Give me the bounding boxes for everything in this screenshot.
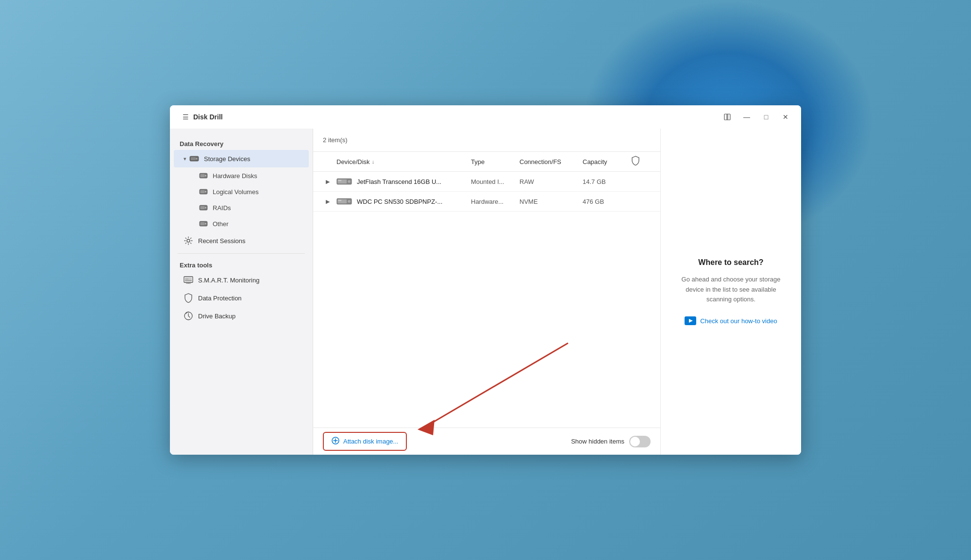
extra-tools-label: Extra tools bbox=[170, 258, 313, 271]
window-controls: — □ ✕ bbox=[720, 109, 793, 125]
svg-rect-34 bbox=[338, 200, 341, 201]
svg-rect-14 bbox=[201, 206, 205, 209]
svg-rect-0 bbox=[724, 114, 727, 120]
other-label: Other bbox=[213, 220, 229, 228]
app-window: ☰ Disk Drill — □ ✕ bbox=[170, 105, 801, 455]
disk-icon bbox=[336, 197, 352, 206]
logical-volumes-label: Logical Volumes bbox=[213, 188, 259, 196]
row-type: Hardware... bbox=[471, 198, 519, 205]
row-expand-button[interactable]: ▶ bbox=[323, 177, 333, 186]
hardware-disks-label: Hardware Disks bbox=[213, 172, 257, 180]
sidebar-item-raids[interactable]: RAIDs bbox=[174, 200, 309, 215]
svg-rect-1 bbox=[728, 114, 730, 120]
sidebar-divider bbox=[178, 253, 305, 254]
svg-rect-5 bbox=[191, 157, 196, 160]
toggle-knob bbox=[630, 437, 640, 446]
backup-icon bbox=[184, 311, 193, 321]
sort-arrow-icon: ↓ bbox=[372, 159, 375, 165]
svg-point-6 bbox=[196, 158, 198, 160]
row-device-name: JetFlash Transcend 16GB U... bbox=[357, 178, 471, 185]
menu-button[interactable]: ☰ bbox=[178, 109, 193, 125]
table-body: ▶ JetFlash Transcend 16GB U... Mounted I… bbox=[313, 172, 660, 428]
attach-disk-label: Attach disk image... bbox=[343, 438, 398, 445]
svg-rect-29 bbox=[338, 180, 341, 181]
table-header: Device/Disk ↓ Type Connection/FS Capacit… bbox=[313, 152, 660, 172]
sidebar-item-other[interactable]: Other bbox=[174, 216, 309, 231]
minimize-icon: — bbox=[743, 113, 750, 121]
logical-volumes-icon bbox=[199, 187, 208, 196]
smart-icon bbox=[184, 275, 193, 285]
col-device-header: Device/Disk ↓ bbox=[336, 158, 471, 165]
hidden-items-control: Show hidden items bbox=[571, 436, 651, 447]
svg-point-15 bbox=[205, 207, 207, 209]
content-top-bar: 2 item(s) bbox=[313, 129, 660, 152]
row-expand-button[interactable]: ▶ bbox=[323, 197, 333, 206]
right-panel: Where to search? Go ahead and choose you… bbox=[660, 129, 801, 455]
table-row[interactable]: ▶ JetFlash Transcend 16GB U... Mounted I… bbox=[313, 172, 660, 192]
panel-title: Where to search? bbox=[698, 258, 763, 267]
how-to-video-link[interactable]: Check out our how-to video bbox=[685, 316, 777, 325]
svg-point-31 bbox=[349, 181, 350, 182]
sidebar-item-logical-volumes[interactable]: Logical Volumes bbox=[174, 184, 309, 199]
col-connection-header: Connection/FS bbox=[519, 158, 583, 165]
video-icon bbox=[685, 316, 696, 325]
table-row[interactable]: ▶ WDC PC SN530 SDBPNPZ-... Hardware... N… bbox=[313, 192, 660, 212]
sidebar-item-smart-monitoring[interactable]: S.M.A.R.T. Monitoring bbox=[174, 271, 309, 289]
title-bar: ☰ Disk Drill — □ ✕ bbox=[170, 105, 801, 129]
col-capacity-header: Capacity bbox=[583, 158, 631, 165]
svg-marker-40 bbox=[689, 319, 693, 323]
hdd-small-icon bbox=[199, 171, 208, 180]
maximize-button[interactable]: □ bbox=[758, 109, 774, 125]
row-connection: RAW bbox=[519, 178, 583, 185]
sidebar-item-hardware-disks[interactable]: Hardware Disks bbox=[174, 168, 309, 183]
sidebar-item-data-protection[interactable]: Data Protection bbox=[174, 289, 309, 307]
row-capacity: 14.7 GB bbox=[583, 178, 631, 185]
svg-rect-17 bbox=[201, 222, 205, 225]
main-content: Data Recovery ▾ Storage Devices bbox=[170, 129, 801, 455]
sidebar-item-drive-backup[interactable]: Drive Backup bbox=[174, 307, 309, 325]
svg-point-36 bbox=[349, 201, 350, 202]
menu-icon: ☰ bbox=[183, 113, 189, 121]
row-type: Mounted I... bbox=[471, 178, 519, 185]
plus-circle-icon bbox=[332, 437, 339, 446]
drive-backup-label: Drive Backup bbox=[198, 313, 235, 320]
hidden-items-label: Show hidden items bbox=[571, 438, 624, 445]
app-title: Disk Drill bbox=[193, 113, 720, 121]
svg-point-12 bbox=[205, 191, 207, 193]
svg-point-18 bbox=[205, 223, 207, 225]
svg-rect-21 bbox=[185, 278, 192, 281]
shield-icon bbox=[184, 293, 193, 303]
how-to-video-label: Check out our how-to video bbox=[700, 317, 777, 325]
sidebar-item-recent-sessions[interactable]: Recent Sessions bbox=[174, 232, 309, 249]
sidebar-item-storage-devices[interactable]: ▾ Storage Devices bbox=[174, 150, 309, 167]
col-type-header: Type bbox=[471, 158, 519, 165]
items-count: 2 item(s) bbox=[323, 136, 348, 144]
hdd-icon bbox=[189, 154, 199, 164]
svg-point-9 bbox=[205, 175, 207, 177]
disk-icon bbox=[336, 177, 352, 186]
data-protection-label: Data Protection bbox=[198, 295, 242, 302]
svg-rect-8 bbox=[201, 174, 205, 177]
svg-rect-11 bbox=[201, 190, 205, 193]
raids-icon bbox=[199, 203, 208, 212]
shield-header-icon bbox=[631, 159, 640, 167]
raids-label: RAIDs bbox=[213, 204, 231, 212]
row-connection: NVME bbox=[519, 198, 583, 205]
chevron-down-icon: ▾ bbox=[184, 156, 186, 162]
attach-disk-button[interactable]: Attach disk image... bbox=[323, 432, 407, 451]
book-button[interactable] bbox=[720, 109, 735, 125]
row-device-name: WDC PC SN530 SDBPNPZ-... bbox=[357, 198, 471, 205]
minimize-button[interactable]: — bbox=[739, 109, 754, 125]
hidden-items-toggle[interactable] bbox=[629, 436, 651, 447]
other-icon bbox=[199, 219, 208, 228]
maximize-icon: □ bbox=[764, 113, 768, 121]
close-button[interactable]: ✕ bbox=[778, 109, 793, 125]
sidebar: Data Recovery ▾ Storage Devices bbox=[170, 129, 313, 455]
storage-devices-label: Storage Devices bbox=[204, 155, 250, 163]
panel-description: Go ahead and choose your storage device … bbox=[672, 275, 789, 305]
bottom-bar: Attach disk image... Show hidden items bbox=[313, 428, 660, 455]
book-icon bbox=[723, 113, 731, 121]
smart-monitoring-label: S.M.A.R.T. Monitoring bbox=[198, 277, 259, 284]
svg-point-19 bbox=[187, 239, 190, 242]
data-recovery-section-label: Data Recovery bbox=[170, 136, 313, 149]
